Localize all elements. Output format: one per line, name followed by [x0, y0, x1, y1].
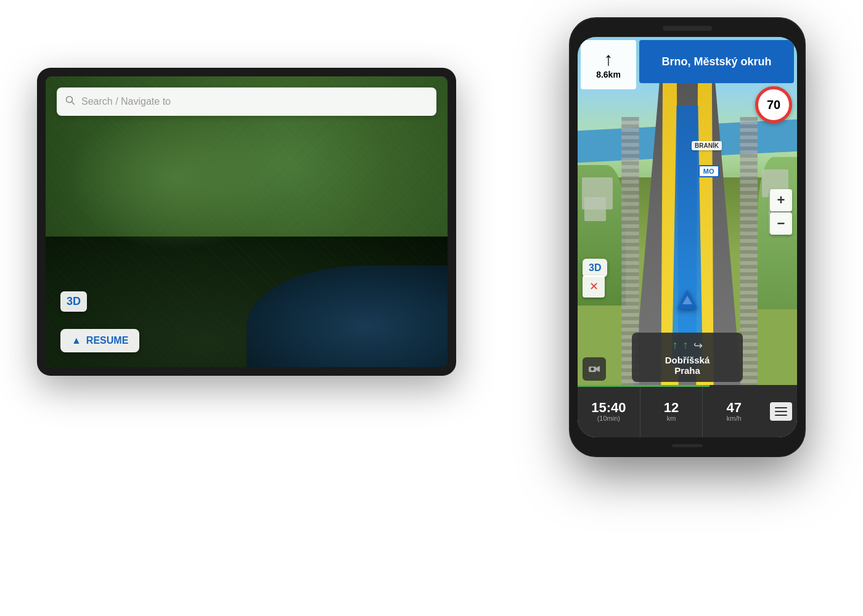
- tablet-map: [46, 76, 448, 367]
- tablet-search-bar[interactable]: Search / Navigate to: [57, 87, 436, 116]
- turn-info-box: ↑ ↑ ↪ Dobříšská Praha: [632, 333, 743, 382]
- stat-speed-block: 47 km/h: [703, 385, 765, 437]
- turn-right-arrow-icon: ↪: [693, 339, 703, 352]
- stat-time-value: 15:40: [591, 401, 626, 415]
- branik-poi-label: BRANÍK: [692, 141, 722, 150]
- svg-line-1: [72, 102, 75, 105]
- phone-navigation-header: ↑ 8.6km Brno, Městský okruh: [578, 37, 797, 92]
- menu-line-2: [775, 411, 787, 412]
- stat-distance-value: 12: [664, 401, 679, 415]
- search-icon: [65, 95, 75, 108]
- hamburger-menu-button[interactable]: [770, 402, 792, 421]
- direction-distance: 8.6km: [596, 70, 621, 79]
- phone-3d-button[interactable]: 3D: [583, 259, 607, 277]
- tablet-device: Search / Navigate to 3D ▲ RESUME: [37, 68, 456, 376]
- phone-map-controls: ✕: [583, 275, 605, 298]
- tablet-3d-button[interactable]: 3D: [60, 291, 87, 312]
- speed-limit-value: 70: [767, 98, 780, 112]
- map-building-2: [584, 197, 607, 221]
- tablet-screen: Search / Navigate to 3D ▲ RESUME: [46, 76, 448, 367]
- street-name-label: Brno, Městský okruh: [656, 55, 776, 68]
- zoom-in-button[interactable]: +: [770, 189, 792, 211]
- navigate-icon: ▲: [72, 335, 81, 346]
- speed-camera-icon: [583, 357, 606, 381]
- turn-destination-line1: Dobříšská: [640, 355, 734, 365]
- street-name-banner: Brno, Městský okruh: [639, 40, 794, 83]
- stat-speed-value: 47: [726, 401, 741, 415]
- phone-3d-label: 3D: [589, 262, 601, 273]
- stat-speed-unit: km/h: [727, 415, 742, 422]
- svg-point-4: [591, 367, 594, 371]
- search-input-placeholder[interactable]: Search / Navigate to: [81, 96, 428, 107]
- phone-device: MO BRANÍK ↑ 8.6km Brno, Městský okruh 70: [570, 18, 804, 456]
- turn-straight-arrow-icon: ↑: [683, 339, 689, 352]
- menu-line-1: [775, 407, 787, 408]
- zoom-controls: + −: [770, 189, 792, 235]
- stat-time-block: 15:40 (10min): [578, 385, 640, 437]
- direction-arrow-icon: ↑: [604, 50, 613, 68]
- direction-indicator: ↑ 8.6km: [581, 40, 636, 89]
- tablet-resume-button[interactable]: ▲ RESUME: [60, 329, 139, 352]
- main-scene: Search / Navigate to 3D ▲ RESUME: [0, 0, 863, 616]
- turn-left-arrow-icon: ↑: [673, 339, 678, 352]
- svg-marker-3: [596, 366, 600, 372]
- phone-screen: MO BRANÍK ↑ 8.6km Brno, Městský okruh 70: [578, 37, 797, 437]
- stat-time-sub: (10min): [597, 415, 620, 422]
- tablet-3d-label: 3D: [67, 295, 81, 307]
- navigation-cursor: [677, 290, 697, 309]
- cancel-route-button[interactable]: ✕: [583, 275, 605, 298]
- resume-label: RESUME: [86, 335, 128, 346]
- turn-arrows-row: ↑ ↑ ↪: [640, 339, 734, 352]
- zoom-out-button[interactable]: −: [770, 213, 792, 235]
- speed-limit-sign: 70: [755, 86, 792, 123]
- stat-distance-unit: km: [667, 415, 676, 422]
- turn-destination-line2: Praha: [640, 365, 734, 376]
- phone-stats-bar: 15:40 (10min) 12 km 47 km/h: [578, 385, 797, 437]
- road-label-mo: MO: [698, 165, 719, 177]
- stat-distance-block: 12 km: [640, 385, 703, 437]
- menu-line-3: [775, 415, 787, 416]
